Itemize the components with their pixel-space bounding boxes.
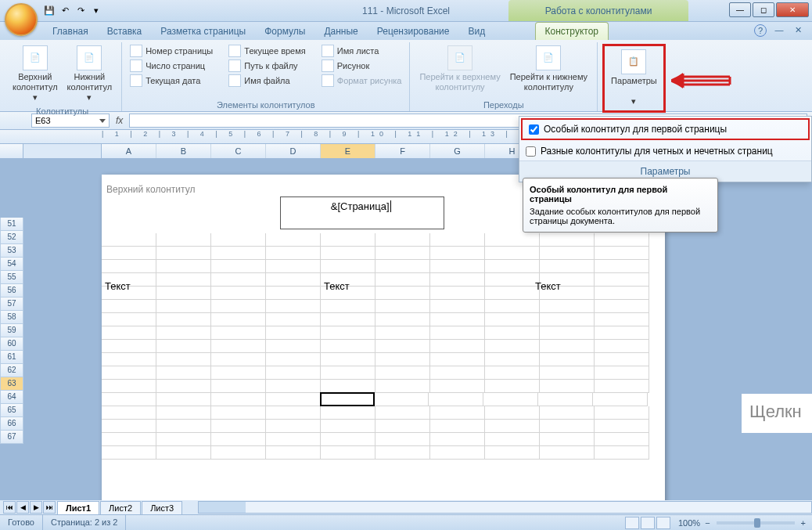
- cell[interactable]: [375, 233, 430, 247]
- cell[interactable]: [430, 406, 485, 420]
- cell[interactable]: [485, 300, 540, 313]
- cell[interactable]: [156, 247, 211, 260]
- tab-design[interactable]: Конструктор: [535, 22, 609, 40]
- qat-dropdown-icon[interactable]: ▾: [90, 5, 102, 17]
- cell[interactable]: [485, 446, 540, 460]
- cell[interactable]: [375, 366, 430, 380]
- options-button[interactable]: 📋Параметры▾: [606, 48, 662, 109]
- minimize-button[interactable]: —: [729, 2, 751, 17]
- cell[interactable]: [595, 420, 649, 433]
- cell[interactable]: [156, 353, 211, 366]
- cell[interactable]: [375, 433, 430, 446]
- cell[interactable]: [375, 260, 430, 273]
- cell[interactable]: [211, 433, 266, 446]
- tab-review[interactable]: Рецензирование: [368, 23, 459, 40]
- cell[interactable]: [102, 366, 156, 380]
- cell[interactable]: [375, 446, 430, 460]
- row-66[interactable]: 66: [0, 417, 23, 431]
- select-all-corner[interactable]: [0, 144, 23, 158]
- cell[interactable]: [211, 326, 266, 340]
- cell[interactable]: [211, 300, 266, 313]
- save-icon[interactable]: 💾: [43, 5, 56, 17]
- maximize-button[interactable]: ◻: [753, 2, 774, 17]
- cell[interactable]: [320, 392, 375, 406]
- cell-text[interactable]: Текст: [532, 280, 587, 292]
- col-F[interactable]: F: [375, 144, 430, 158]
- cell[interactable]: [102, 326, 156, 340]
- cell[interactable]: [540, 247, 595, 260]
- scroll-thumb[interactable]: [199, 502, 246, 513]
- row-56[interactable]: 56: [0, 284, 23, 297]
- row-64[interactable]: 64: [0, 391, 23, 404]
- cell[interactable]: [430, 300, 485, 313]
- cell[interactable]: [156, 326, 211, 340]
- zoom-slider[interactable]: [717, 521, 795, 525]
- header-center-field[interactable]: &[Страница]: [280, 196, 444, 229]
- cell[interactable]: [211, 233, 266, 247]
- cell[interactable]: [321, 233, 375, 247]
- horizontal-scrollbar[interactable]: [198, 501, 812, 514]
- cell[interactable]: [102, 420, 156, 433]
- cell[interactable]: [485, 260, 540, 273]
- row-61[interactable]: 61: [0, 351, 23, 364]
- cell[interactable]: [102, 247, 156, 260]
- row-67[interactable]: 67: [0, 431, 23, 444]
- cell[interactable]: [266, 247, 321, 260]
- close-workbook-icon[interactable]: ✕: [792, 24, 804, 37]
- page-layout-view-icon[interactable]: [641, 517, 655, 529]
- cell[interactable]: [211, 406, 266, 420]
- current-date-button[interactable]: Текущая дата: [127, 74, 216, 88]
- cell[interactable]: [321, 300, 375, 313]
- cell[interactable]: [485, 326, 540, 340]
- cell[interactable]: [485, 353, 540, 366]
- cell[interactable]: [266, 393, 321, 406]
- col-G[interactable]: G: [430, 144, 485, 158]
- cell[interactable]: [156, 406, 211, 420]
- cell[interactable]: [430, 247, 485, 260]
- cell[interactable]: [485, 420, 540, 433]
- close-button[interactable]: ✕: [776, 2, 809, 17]
- cell[interactable]: [102, 233, 156, 247]
- cell[interactable]: [595, 353, 649, 366]
- cell[interactable]: [595, 260, 649, 273]
- cell[interactable]: [375, 340, 430, 353]
- first-sheet-icon[interactable]: ⏮: [3, 501, 16, 514]
- row-58[interactable]: 58: [0, 311, 23, 324]
- minimize-ribbon-icon[interactable]: —: [773, 24, 785, 37]
- help-icon[interactable]: ?: [754, 24, 767, 37]
- page-break-view-icon[interactable]: [656, 517, 670, 529]
- cell[interactable]: [321, 446, 375, 460]
- col-B[interactable]: B: [156, 144, 211, 158]
- cell[interactable]: [485, 340, 540, 353]
- cell-text[interactable]: Текст: [102, 280, 156, 292]
- cell[interactable]: [321, 353, 375, 366]
- cell[interactable]: [375, 406, 430, 420]
- cell[interactable]: [321, 260, 375, 273]
- cell[interactable]: [540, 260, 595, 273]
- cell[interactable]: [211, 247, 266, 260]
- cell-grid[interactable]: [102, 233, 665, 460]
- cell[interactable]: [540, 446, 595, 460]
- cell[interactable]: [374, 393, 429, 406]
- cell[interactable]: [430, 340, 485, 353]
- cell[interactable]: [156, 446, 211, 460]
- tab-formulas[interactable]: Формулы: [255, 23, 314, 40]
- cell[interactable]: [485, 247, 540, 260]
- cell[interactable]: [211, 446, 266, 460]
- cell[interactable]: [429, 393, 483, 406]
- row-62[interactable]: 62: [0, 364, 23, 377]
- cell[interactable]: [266, 313, 321, 326]
- cell[interactable]: [595, 340, 649, 353]
- cell[interactable]: [266, 340, 321, 353]
- cell[interactable]: [430, 313, 485, 326]
- cell[interactable]: [485, 406, 540, 420]
- cell[interactable]: [266, 380, 321, 393]
- cell[interactable]: [430, 326, 485, 340]
- cell[interactable]: [540, 433, 595, 446]
- cell[interactable]: [156, 313, 211, 326]
- cell[interactable]: [430, 420, 485, 433]
- cell[interactable]: [102, 380, 156, 393]
- cell[interactable]: [102, 433, 156, 446]
- odd-even-checkbox[interactable]: [526, 146, 536, 157]
- row-60[interactable]: 60: [0, 337, 23, 351]
